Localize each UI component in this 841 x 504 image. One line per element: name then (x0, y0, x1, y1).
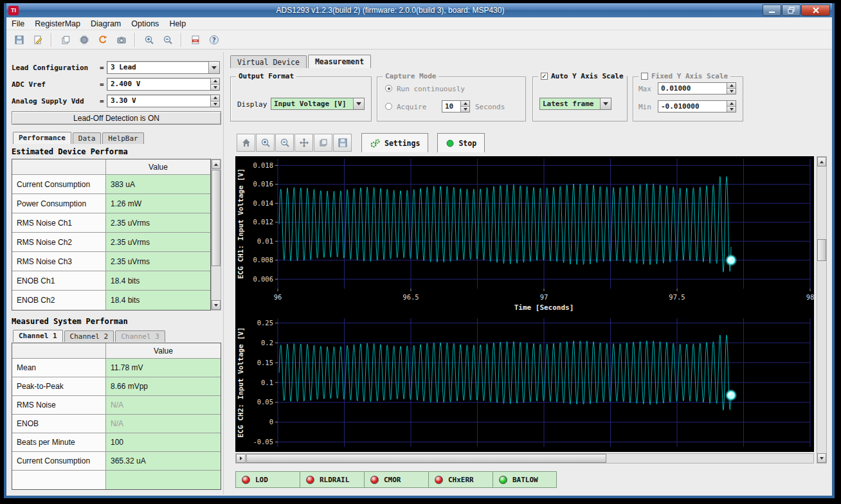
menu-help[interactable]: Help (164, 18, 191, 30)
chevron-down-icon[interactable] (353, 98, 364, 109)
ecg-ch1-chart[interactable]: 0.0060.0080.010.0120.0140.0160.0189696.5… (235, 156, 814, 316)
snapshot-icon[interactable] (314, 134, 332, 152)
auto-y-checkbox[interactable]: ✓ (541, 73, 548, 80)
status-label: RLDRAIL (320, 476, 349, 484)
menu-diagram[interactable]: Diagram (86, 18, 126, 30)
table-row: Mean11.78 mV (12, 359, 221, 377)
menu-registermap[interactable]: RegisterMap (30, 18, 86, 30)
copy-icon[interactable] (57, 32, 74, 48)
window-title: ADS1293 v1.2.3(build 2) (firmware: 2.0.0… (19, 6, 762, 15)
edit-report-icon[interactable] (29, 32, 46, 48)
lead-configuration-label: Lead Configuration (12, 64, 88, 72)
tab-channel-1[interactable]: Channel 1 (13, 330, 63, 342)
estimated-performance-title: Estimated Device Performa (12, 147, 128, 156)
tab-channel-3[interactable]: Channel 3 (115, 330, 165, 342)
screenshot-icon[interactable] (113, 32, 130, 48)
display-format-value: Input Voltage [V] (271, 98, 353, 109)
analog-supply-stepper[interactable]: 3.30 V (107, 94, 220, 107)
performance-tabstrip: Performance Data HelpBar (13, 132, 145, 144)
table-scrollbar[interactable] (211, 159, 221, 310)
auto-y-axis-group: ✓ Auto Y Axis Scale Latest frame (532, 76, 628, 122)
spinner-arrows[interactable] (727, 101, 736, 112)
window-controls (762, 4, 830, 16)
scroll-up-icon[interactable] (817, 157, 826, 166)
menu-options[interactable]: Options (126, 18, 164, 30)
chart-hscrollbar[interactable] (235, 453, 814, 464)
spinner-arrows[interactable] (210, 95, 219, 107)
run-continuously-radio[interactable] (385, 85, 392, 92)
chevron-down-icon[interactable] (600, 98, 611, 109)
adc-vref-row: ADC Vref = 2.400 V (9, 78, 224, 92)
status-cmor: CMOR (364, 471, 428, 488)
menu-file[interactable]: File (6, 18, 30, 30)
tab-measurement[interactable]: Measurement (308, 55, 371, 68)
status-label: CMOR (384, 476, 401, 484)
graph-toolbar: Settings Stop (237, 132, 485, 154)
zoom-out-icon[interactable] (159, 32, 176, 48)
register-chip-icon[interactable] (75, 32, 93, 48)
scrollbar-thumb[interactable] (246, 454, 606, 463)
scroll-up-icon[interactable] (212, 159, 221, 169)
title-bar[interactable]: TI ADS1293 v1.2.3(build 2) (firmware: 2.… (6, 3, 832, 17)
max-field[interactable]: 0.01000 (658, 82, 736, 94)
tab-virtual-device[interactable]: Virtual Device (230, 55, 307, 68)
spinner-arrows[interactable] (460, 101, 469, 112)
svg-text:-0.05: -0.05 (253, 438, 273, 446)
tab-performance[interactable]: Performance (13, 132, 71, 144)
save-icon[interactable] (10, 32, 28, 48)
restore-button[interactable] (782, 4, 800, 16)
save-icon[interactable] (333, 134, 352, 152)
equals-sign: = (100, 64, 104, 72)
adc-vref-stepper[interactable]: 2.400 V (107, 78, 220, 91)
scroll-down-icon[interactable] (212, 300, 221, 310)
svg-text:98: 98 (806, 293, 814, 301)
scroll-right-icon[interactable] (236, 454, 246, 463)
spinner-arrows[interactable] (210, 78, 219, 90)
leadoff-detection-button[interactable]: Lead-Off Detection is ON (12, 111, 221, 125)
lead-configuration-row: Lead Configuration = 3 Lead (9, 61, 224, 75)
tab-data[interactable]: Data (73, 132, 102, 144)
svg-text:0.1: 0.1 (261, 379, 273, 386)
toolbar-separator (134, 33, 136, 47)
refresh-icon[interactable] (94, 32, 111, 48)
pan-icon[interactable] (294, 134, 313, 152)
zoom-in-icon[interactable] (256, 134, 275, 152)
lead-configuration-select[interactable]: 3 Lead (107, 61, 220, 74)
home-icon[interactable] (237, 134, 255, 152)
spinner-arrows[interactable] (727, 83, 736, 94)
zoom-in-icon[interactable] (140, 32, 158, 48)
display-format-select[interactable]: Input Voltage [V] (271, 98, 365, 110)
equals-sign: = (100, 80, 104, 89)
tab-helpbar[interactable]: HelpBar (102, 132, 143, 144)
settings-button[interactable]: Settings (361, 133, 428, 152)
table-row (12, 471, 221, 489)
export-pdf-icon[interactable] (186, 32, 204, 48)
zoom-out-icon[interactable] (275, 134, 294, 152)
ecg-ch2-chart[interactable]: -0.0500.050.10.150.20.25ECG CH2: Input V… (235, 316, 814, 452)
close-button[interactable] (801, 4, 830, 16)
table-row: Beats per Minute100 (12, 433, 221, 452)
chart-vscrollbar[interactable] (817, 156, 827, 464)
scrollbar-thumb[interactable] (212, 170, 221, 266)
status-label: BATLOW (512, 476, 538, 484)
min-field[interactable]: -0.010000 (658, 100, 736, 113)
chevron-down-icon[interactable] (208, 62, 219, 73)
tab-channel-2[interactable]: Channel 2 (64, 330, 114, 342)
acquire-seconds-stepper[interactable]: 10 (442, 100, 470, 113)
content-area: Lead Configuration = 3 Lead ADC Vref = 2… (6, 50, 832, 496)
help-icon[interactable]: ? (205, 32, 222, 48)
ecg-charts-area: 0.0060.0080.010.0120.0140.0160.0189696.5… (235, 156, 814, 452)
menu-bar: File RegisterMap Diagram Options Help (6, 17, 832, 30)
status-label: CHxERR (448, 476, 474, 484)
svg-text:0: 0 (269, 418, 273, 426)
scrollbar-thumb[interactable] (817, 239, 826, 261)
scroll-down-icon[interactable] (817, 453, 826, 463)
header-blank (12, 343, 106, 358)
fixed-y-checkbox[interactable] (641, 73, 648, 80)
svg-text:0.05: 0.05 (257, 398, 273, 406)
minimize-button[interactable] (763, 4, 781, 16)
y-scale-mode-select[interactable]: Latest frame (539, 98, 611, 110)
table-row: RMS Noise Ch22.35 uVrms (12, 233, 210, 252)
acquire-radio[interactable] (385, 103, 392, 110)
stop-button[interactable]: Stop (437, 133, 485, 152)
